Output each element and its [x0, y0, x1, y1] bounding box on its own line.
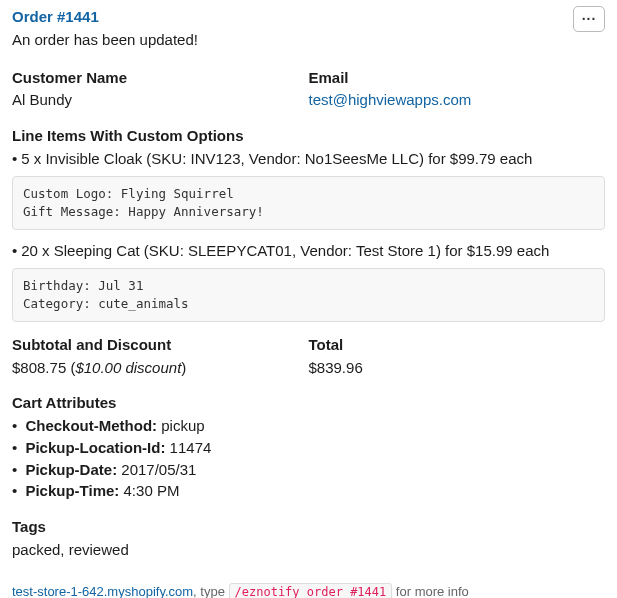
attr-value: pickup: [161, 415, 204, 437]
bullet-icon: •: [12, 480, 17, 502]
subtotal-label: Subtotal and Discount: [12, 334, 309, 356]
line-item-options: Custom Logo: Flying Squirrel Gift Messag…: [12, 176, 605, 230]
total-value: $839.96: [309, 357, 606, 379]
attr-value: 11474: [170, 437, 212, 459]
email-label: Email: [309, 67, 606, 89]
footer: test-store-1-642.myshopify.com, type /ez…: [12, 583, 605, 599]
bullet-icon: •: [12, 415, 17, 437]
tags-label: Tags: [12, 516, 605, 538]
email-link[interactable]: test@highviewapps.com: [309, 89, 606, 111]
order-subtitle: An order has been updated!: [12, 29, 198, 51]
bullet-icon: •: [12, 437, 17, 459]
attr-value: 4:30 PM: [124, 480, 180, 502]
tags-value: packed, reviewed: [12, 539, 605, 561]
line-item: • 20 x Sleeping Cat (SKU: SLEEPYCAT01, V…: [12, 240, 605, 262]
cart-attribute-row: • Checkout-Method: pickup: [12, 415, 605, 437]
attr-key: Pickup-Date:: [25, 459, 117, 481]
total-label: Total: [309, 334, 606, 356]
attr-key: Pickup-Location-Id:: [25, 437, 165, 459]
line-item-text: 20 x Sleeping Cat (SKU: SLEEPYCAT01, Ven…: [21, 240, 549, 262]
store-link[interactable]: test-store-1-642.myshopify.com: [12, 584, 193, 599]
bullet-icon: •: [12, 459, 17, 481]
customer-name-label: Customer Name: [12, 67, 309, 89]
line-item-options: Birthday: Jul 31 Category: cute_animals: [12, 268, 605, 322]
customer-name-value: Al Bundy: [12, 89, 309, 111]
attr-key: Pickup-Time:: [25, 480, 119, 502]
bullet-icon: •: [12, 240, 17, 262]
order-title[interactable]: Order #1441: [12, 6, 198, 28]
subtotal-value: $808.75 ($10.00 discount): [12, 357, 309, 379]
attr-value: 2017/05/31: [121, 459, 196, 481]
ellipsis-icon: ···: [582, 9, 597, 29]
bullet-icon: •: [12, 148, 17, 170]
line-item-text: 5 x Invisible Cloak (SKU: INV123, Vendor…: [21, 148, 532, 170]
cart-attribute-row: • Pickup-Time: 4:30 PM: [12, 480, 605, 502]
cart-attribute-row: • Pickup-Location-Id: 11474: [12, 437, 605, 459]
attr-key: Checkout-Method:: [25, 415, 157, 437]
line-item: • 5 x Invisible Cloak (SKU: INV123, Vend…: [12, 148, 605, 170]
command-chip: /eznotify order #1441: [229, 583, 393, 599]
cart-attribute-row: • Pickup-Date: 2017/05/31: [12, 459, 605, 481]
more-actions-button[interactable]: ···: [573, 6, 605, 32]
cart-attributes-label: Cart Attributes: [12, 392, 605, 414]
line-items-label: Line Items With Custom Options: [12, 125, 605, 147]
